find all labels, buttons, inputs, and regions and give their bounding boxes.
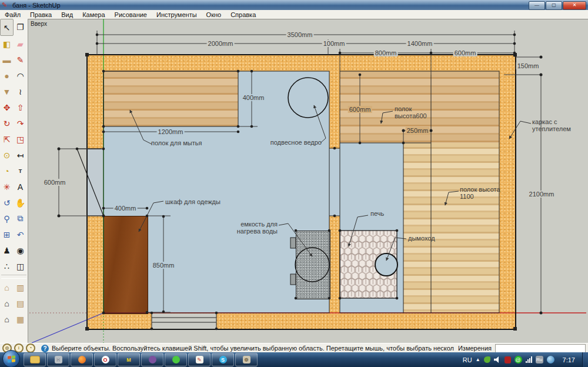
mail-agent-icon[interactable]: @ <box>514 356 522 363</box>
blue-app-tray-icon[interactable] <box>547 356 554 363</box>
window-title: баня - SketchUp <box>12 2 61 9</box>
minimize-button[interactable]: — <box>529 1 545 10</box>
dim-shelf-depth: 400mm <box>242 94 266 101</box>
label-stove: печь <box>370 210 384 217</box>
dim-wardrobe-height: 850mm <box>152 262 176 269</box>
opera-icon: O <box>102 356 109 363</box>
taskbar-remote-app-button[interactable]: ⁙ <box>47 353 69 366</box>
menu-camera[interactable]: Камера <box>78 11 109 18</box>
clock[interactable]: 7:17 <box>558 356 580 363</box>
measurements-label: Измерения <box>458 345 495 352</box>
menu-edit[interactable]: Правка <box>25 11 56 18</box>
dim-wall-thickness: 150mm <box>516 62 540 69</box>
status-bar: ◍ i ◔ ? Выберите объекты. Воспользуйтесь… <box>0 343 588 353</box>
taskbar-firefox-button[interactable] <box>71 353 93 366</box>
help-icon[interactable]: ? <box>41 345 49 352</box>
title-bar[interactable]: ✎ баня - SketchUp — ▢ ✕ <box>0 0 588 10</box>
label-bucket: подвесное ведро <box>263 139 322 146</box>
taskbar-explorer-button[interactable] <box>24 353 46 366</box>
menu-view[interactable]: Вид <box>56 11 78 18</box>
taskbar: ⁙ O M ✎ S ☸ RU ▲ @ <box>0 352 588 367</box>
menu-tools[interactable]: Инструменты <box>152 11 202 18</box>
menu-window[interactable]: Окно <box>202 11 226 18</box>
status-message: Выберите объекты. Воспользуйтесь клавише… <box>52 345 454 352</box>
antivirus-tray-icon[interactable] <box>505 356 511 363</box>
system-tray: RU ▲ @ Ru 7:17 <box>463 356 582 363</box>
dim-wardrobe-width: 400mm <box>113 205 138 212</box>
pen-app-icon: ✎ <box>196 356 203 363</box>
dim-step: 250mm <box>406 127 430 134</box>
game-icon: ☸ <box>243 356 250 363</box>
taskbar-icq-button[interactable] <box>165 353 187 366</box>
label-water-tank: емкость для нагрева воды <box>226 221 278 235</box>
skype-icon: S <box>219 356 227 363</box>
windows-logo-icon <box>8 355 15 362</box>
label-frame-insulation: каркас с утеплителем <box>532 118 579 132</box>
label-bench-600: полок высота600 <box>395 105 437 119</box>
taskbar-game-button[interactable]: ☸ <box>235 353 258 366</box>
menu-bar: Файл Правка Вид Камера Рисование Инструм… <box>0 10 588 19</box>
label-washing-shelf: полок для мытья <box>151 139 202 146</box>
dim-bench-depth: 600mm <box>348 106 372 113</box>
dim-partition: 100mm <box>322 40 346 47</box>
leaf-tray-icon[interactable] <box>484 356 490 363</box>
dim-depth: 2100mm <box>528 191 556 198</box>
icq-icon <box>172 356 180 363</box>
ru-tray-icon[interactable]: Ru <box>536 356 543 363</box>
measurements-input[interactable] <box>495 344 586 353</box>
miranda-icon: M <box>125 356 133 363</box>
dim-overall: 3500mm <box>286 31 314 38</box>
maximize-button[interactable]: ▢ <box>546 1 562 10</box>
sketchup-window: ✎ баня - SketchUp — ▢ ✕ Файл Правка Вид … <box>0 0 588 367</box>
dim-800: 800mm <box>374 49 398 56</box>
close-button[interactable]: ✕ <box>563 1 586 10</box>
dim-left-span: 2000mm <box>207 40 235 47</box>
show-desktop-button[interactable] <box>582 352 588 367</box>
volume-icon[interactable] <box>494 356 501 363</box>
viber-icon <box>149 356 156 363</box>
dim-600-top: 600mm <box>453 49 477 56</box>
dim-right-span: 1400mm <box>406 40 434 47</box>
menu-help[interactable]: Справка <box>226 11 260 18</box>
taskbar-skype-button[interactable]: S <box>212 353 234 366</box>
taskbar-opera-button[interactable]: O <box>94 353 116 366</box>
plan-linework <box>0 19 588 343</box>
remote-app-icon: ⁙ <box>55 356 62 363</box>
menu-file[interactable]: Файл <box>0 11 25 18</box>
tray-expand-icon[interactable]: ▲ <box>476 357 480 362</box>
taskbar-viber-button[interactable] <box>141 353 163 366</box>
start-button[interactable] <box>2 350 20 367</box>
taskbar-miranda-button[interactable]: M <box>118 353 140 366</box>
taskbar-pen-app-button[interactable]: ✎ <box>188 353 211 366</box>
claim-credit-icon[interactable]: ◔ <box>26 343 35 353</box>
network-signal-icon[interactable] <box>526 356 532 363</box>
firefox-icon <box>78 356 86 363</box>
label-wardrobe: шкаф для одежды <box>165 198 220 205</box>
label-chimney: дымоход <box>408 235 435 242</box>
label-bench-1100: полок высота 1100 <box>460 186 510 200</box>
explorer-icon <box>30 356 40 363</box>
app-icon: ✎ <box>2 1 10 9</box>
language-indicator[interactable]: RU <box>463 356 472 363</box>
dim-door: 600mm <box>43 179 67 186</box>
dim-shelf-length: 1200mm <box>157 128 185 135</box>
menu-draw[interactable]: Рисование <box>110 11 152 18</box>
